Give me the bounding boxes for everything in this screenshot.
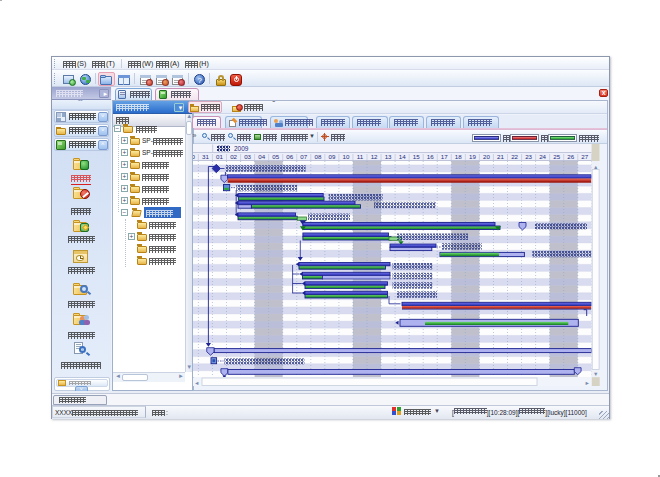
svg-text:03: 03 — [244, 153, 251, 160]
svg-text:08: 08 — [314, 153, 321, 160]
svg-text:14: 14 — [399, 153, 406, 160]
svg-text:15: 15 — [413, 153, 420, 160]
svg-text:17: 17 — [441, 153, 448, 160]
svg-text:19: 19 — [469, 153, 476, 160]
svg-text:02: 02 — [230, 153, 237, 160]
svg-text:16: 16 — [427, 153, 434, 160]
svg-text:23: 23 — [525, 153, 532, 160]
svg-text:12: 12 — [371, 153, 378, 160]
svg-text:31: 31 — [202, 153, 209, 160]
svg-text:24: 24 — [539, 153, 546, 160]
svg-text:27: 27 — [581, 153, 588, 160]
svg-text:13: 13 — [385, 153, 392, 160]
svg-text:26: 26 — [567, 153, 574, 160]
svg-text:05: 05 — [272, 153, 279, 160]
svg-text:21: 21 — [497, 153, 504, 160]
svg-text:07: 07 — [300, 153, 307, 160]
svg-text:22: 22 — [511, 153, 518, 160]
svg-text:11: 11 — [357, 153, 364, 160]
svg-text:09: 09 — [328, 153, 335, 160]
svg-text:▼: ▼ — [593, 371, 598, 377]
svg-text:18: 18 — [455, 153, 462, 160]
svg-text:01: 01 — [216, 153, 223, 160]
svg-text:25: 25 — [553, 153, 560, 160]
svg-text:2009: 2009 — [234, 145, 249, 152]
svg-text:►: ► — [585, 380, 590, 386]
svg-text:10: 10 — [343, 153, 350, 160]
svg-text:◄: ◄ — [194, 380, 199, 386]
svg-text:06: 06 — [286, 153, 293, 160]
svg-text:04: 04 — [258, 153, 265, 160]
svg-text:20: 20 — [483, 153, 490, 160]
